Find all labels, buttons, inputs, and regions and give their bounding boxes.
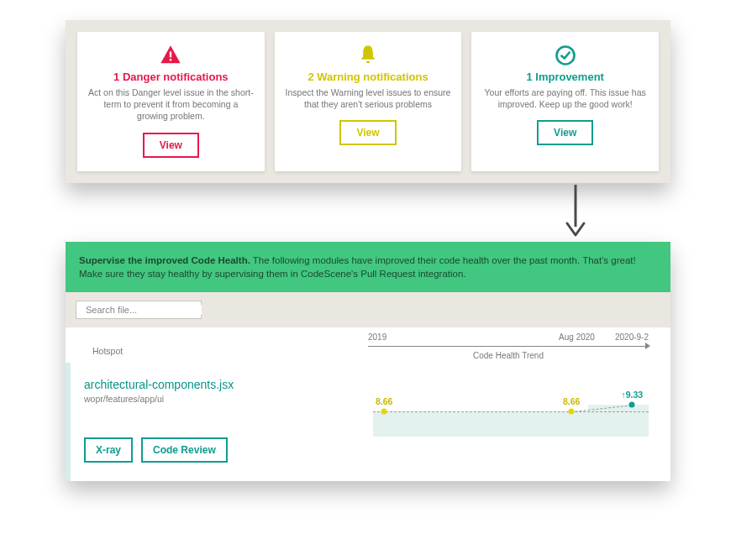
- axis-tick-start: 2019: [368, 332, 386, 342]
- improvement-card: 1 Improvement Your efforts are paying of…: [471, 32, 659, 171]
- improvement-view-button[interactable]: View: [537, 120, 593, 145]
- hotspot-section: Hotspot 2019 Aug 2020 2020-9-2 Code Heal…: [66, 327, 670, 481]
- improvement-detail-panel: Supervise the improved Code Health. The …: [66, 242, 670, 481]
- improvement-desc: Your efforts are paying off. This issue …: [481, 86, 649, 110]
- warning-card: 2 Warning notifications Inspect the Warn…: [275, 32, 462, 171]
- data-point-20200902: [629, 402, 635, 408]
- danger-view-button[interactable]: View: [143, 133, 199, 158]
- danger-card: 1 Danger notifications Act on this Dange…: [77, 32, 265, 171]
- svg-rect-0: [170, 51, 171, 57]
- hotspot-buttons: X-ray Code Review: [84, 437, 361, 463]
- file-name[interactable]: architectural-components.jsx: [84, 378, 361, 391]
- supervise-banner: Supervise the improved Code Health. The …: [66, 242, 670, 292]
- improvement-title: 1 Improvement: [526, 71, 603, 83]
- search-wrap: [66, 292, 670, 327]
- data-point-aug2020: [569, 409, 575, 415]
- search-box[interactable]: [76, 301, 202, 319]
- warning-desc: Inspect the Warning level issues to ensu…: [285, 86, 452, 110]
- danger-icon: [159, 44, 182, 67]
- svg-rect-1: [170, 59, 171, 60]
- search-input[interactable]: [86, 305, 202, 315]
- arrow-down-icon: [559, 183, 592, 238]
- warning-title: 2 Warning notifications: [308, 71, 428, 83]
- hotspot-row: architectural-components.jsx wopr/featur…: [66, 363, 670, 481]
- trend-line: [373, 411, 649, 412]
- banner-strong: Supervise the improved Code Health.: [79, 255, 250, 265]
- notifications-panel: 1 Danger notifications Act on this Dange…: [66, 20, 670, 183]
- svg-point-2: [556, 47, 574, 65]
- check-circle-icon: [554, 44, 577, 67]
- hotspot-file: architectural-components.jsx wopr/featur…: [84, 378, 361, 463]
- data-label-2019: 8.66: [376, 396, 392, 406]
- axis-tick-end: 2020-9-2: [615, 332, 649, 342]
- warning-view-button[interactable]: View: [339, 120, 396, 145]
- trend-fill-rise: [588, 405, 649, 437]
- hotspot-column-label: Hotspot: [92, 346, 123, 356]
- file-path: wopr/features/app/ui: [84, 394, 361, 404]
- data-label-aug2020: 8.66: [563, 396, 580, 406]
- axis-trend-label: Code Health Trend: [473, 351, 544, 360]
- bell-icon: [356, 44, 380, 67]
- data-label-20200902: ↑9.33: [621, 390, 643, 400]
- data-point-2019: [381, 409, 387, 415]
- code-review-button[interactable]: Code Review: [141, 437, 228, 463]
- axis-tick-mid: Aug 2020: [559, 332, 595, 342]
- xray-button[interactable]: X-ray: [84, 437, 133, 463]
- trend-axis: 2019 Aug 2020 2020-9-2 Code Health Trend: [368, 336, 649, 361]
- danger-desc: Act on this Danger level issue in the sh…: [87, 86, 255, 123]
- hotspot-header: Hotspot 2019 Aug 2020 2020-9-2 Code Heal…: [66, 327, 670, 363]
- axis-line: [368, 346, 649, 347]
- trend-chart: 8.66 8.66 ↑9.33: [373, 395, 649, 437]
- danger-title: 1 Danger notifications: [113, 71, 229, 83]
- axis-arrow-icon: [645, 343, 650, 349]
